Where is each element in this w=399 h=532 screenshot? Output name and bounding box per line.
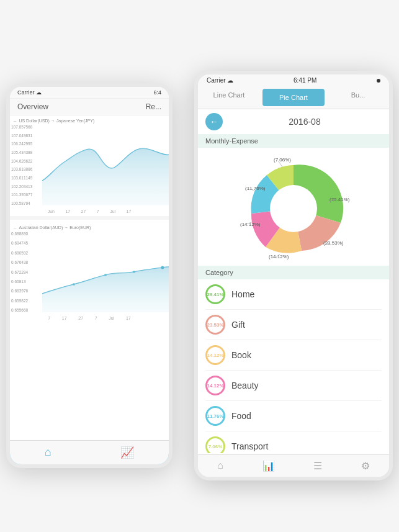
category-list: 29.41% Home 23.53% Gift 14.12% Book 14.1… — [198, 279, 389, 453]
overview-action: Re... — [146, 102, 161, 111]
tab-line-chart[interactable]: Line Chart — [198, 86, 260, 109]
left-status-bar: Carrier ☁ 6:4 — [10, 87, 169, 99]
svg-point-0 — [161, 266, 164, 269]
chart2-label-row: – Australian Dollar(AUD) → Euro(EUR) — [10, 222, 169, 232]
overview-title: Overview — [17, 102, 48, 111]
category-item-food: 11.76% Food — [205, 401, 382, 431]
camera-dot — [377, 79, 380, 83]
category-name-beauty: Beauty — [231, 381, 259, 390]
left-screen-header: Overview Re... — [10, 99, 169, 115]
nav-home-right-icon[interactable]: ⌂ — [217, 460, 223, 472]
left-device: Carrier ☁ 6:4 Overview Re... – US Dollar… — [6, 83, 173, 468]
left-time: 6:4 — [153, 89, 161, 96]
nav-chart-right-icon[interactable]: 📊 — [262, 460, 275, 472]
right-device: Carrier ☁ 6:41 PM Line Chart Pie Chart B… — [194, 71, 393, 480]
chart-divider — [10, 216, 169, 220]
category-item-home: 29.41% Home — [205, 279, 382, 310]
chart2-container: 0.688890 0.684745 0.680592 0.676438 0.67… — [10, 232, 169, 312]
back-button[interactable]: ← — [205, 113, 223, 130]
svg-point-4 — [270, 185, 317, 232]
nav-chart-icon[interactable]: 📈 — [120, 446, 134, 459]
date-row: ← 2016-08 — [198, 109, 389, 134]
svg-text:(7.06%): (7.06%) — [274, 157, 291, 163]
svg-point-1 — [133, 271, 135, 273]
nav-list-right-icon[interactable]: ☰ — [313, 460, 322, 472]
chart1-x-labels: Jun 17 27 7 Jul 17 — [10, 208, 169, 214]
category-item-book: 14.12% Book — [205, 340, 382, 371]
chart1-svg — [42, 125, 169, 205]
svg-text:(29.41%): (29.41%) — [330, 197, 350, 202]
right-status-bar: Carrier ☁ 6:41 PM — [198, 74, 389, 86]
category-circle-food: 11.76% — [205, 406, 225, 426]
category-circle-home: 29.41% — [205, 284, 225, 304]
right-time: 6:41 PM — [294, 77, 316, 84]
chart2-x-labels: 7 17 27 7 Jul 17 — [10, 315, 169, 320]
category-name-gift: Gift — [231, 320, 245, 330]
date-display: 2016-08 — [228, 117, 382, 127]
tab-bar: Line Chart Pie Chart Bu... — [198, 86, 389, 109]
svg-point-3 — [73, 283, 75, 286]
chart1-label: US Dollar(USD) → Japanese Yen(JPY) — [19, 119, 94, 123]
chart1-label-row: – US Dollar(USD) → Japanese Yen(JPY) — [10, 115, 169, 125]
category-item-beauty: 14.12% Beauty — [205, 371, 382, 401]
category-circle-beauty: 14.12% — [205, 376, 225, 395]
tab-budget[interactable]: Bu... — [327, 86, 389, 109]
category-item-transport: 7.06% Transport — [205, 431, 382, 453]
svg-point-2 — [104, 274, 107, 276]
chart1-container: 107.857568 107.049831 106.242995 105.434… — [10, 125, 169, 205]
category-circle-gift: 23.53% — [205, 315, 225, 335]
svg-text:(11.76%): (11.76%) — [245, 186, 266, 191]
pie-chart-area: (29.41%) (23.53%) (14.12%) (14.12%) (11.… — [198, 148, 389, 266]
right-carrier: Carrier ☁ — [207, 77, 233, 84]
tab-pie-chart[interactable]: Pie Chart — [262, 89, 325, 106]
devices-container: Carrier ☁ 6:4 Overview Re... – US Dollar… — [0, 71, 399, 493]
category-name-food: Food — [231, 411, 251, 421]
chart1-y-labels: 107.857568 107.049831 106.242995 105.434… — [10, 125, 34, 205]
category-circle-transport: 7.06% — [205, 436, 225, 453]
category-name-home: Home — [231, 289, 254, 299]
chart2-svg — [42, 232, 169, 312]
left-bottom-nav: ⌂ 📈 — [10, 440, 169, 464]
chart2-y-labels: 0.688890 0.684745 0.680592 0.676438 0.67… — [10, 232, 29, 312]
category-section-header: Category — [198, 266, 389, 279]
left-carrier: Carrier ☁ — [17, 89, 42, 96]
nav-home-icon[interactable]: ⌂ — [45, 446, 52, 459]
category-name-book: Book — [231, 350, 251, 360]
category-circle-book: 14.12% — [205, 345, 225, 365]
category-name-transport: Transport — [231, 441, 268, 451]
pie-chart-svg: (29.41%) (23.53%) (14.12%) (14.12%) (11.… — [231, 153, 356, 264]
section-header: Monthly-Expense — [198, 134, 389, 148]
chart2-label: Australian Dollar(AUD) → Euro(EUR) — [19, 225, 91, 230]
category-item-gift: 23.53% Gift — [205, 310, 382, 340]
nav-settings-right-icon[interactable]: ⚙ — [361, 460, 370, 472]
right-bottom-nav: ⌂ 📊 ☰ ⚙ — [198, 454, 389, 477]
